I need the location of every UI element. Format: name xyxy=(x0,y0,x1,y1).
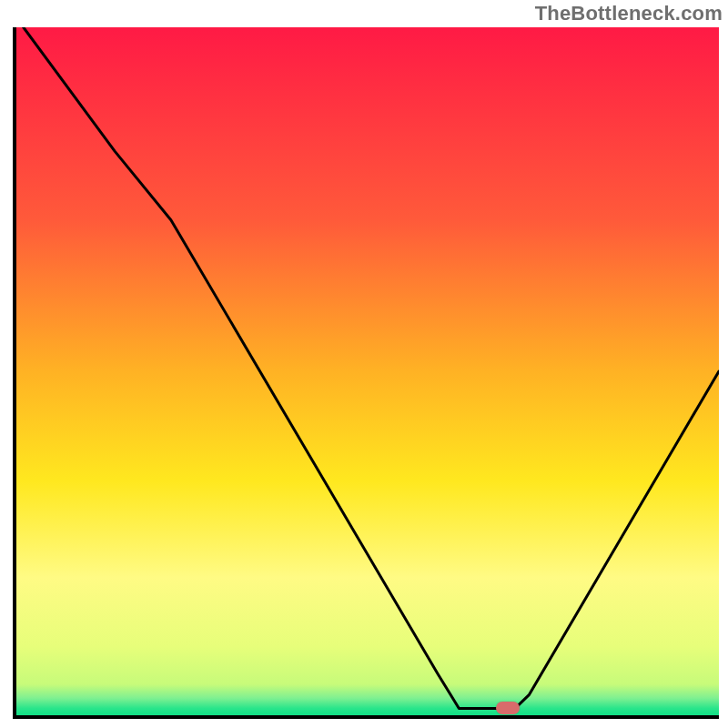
bottleneck-chart xyxy=(13,27,719,719)
svg-rect-0 xyxy=(16,27,719,715)
optimal-point-marker xyxy=(496,702,520,714)
gradient-background xyxy=(16,27,719,715)
watermark-text: TheBottleneck.com xyxy=(535,2,723,25)
